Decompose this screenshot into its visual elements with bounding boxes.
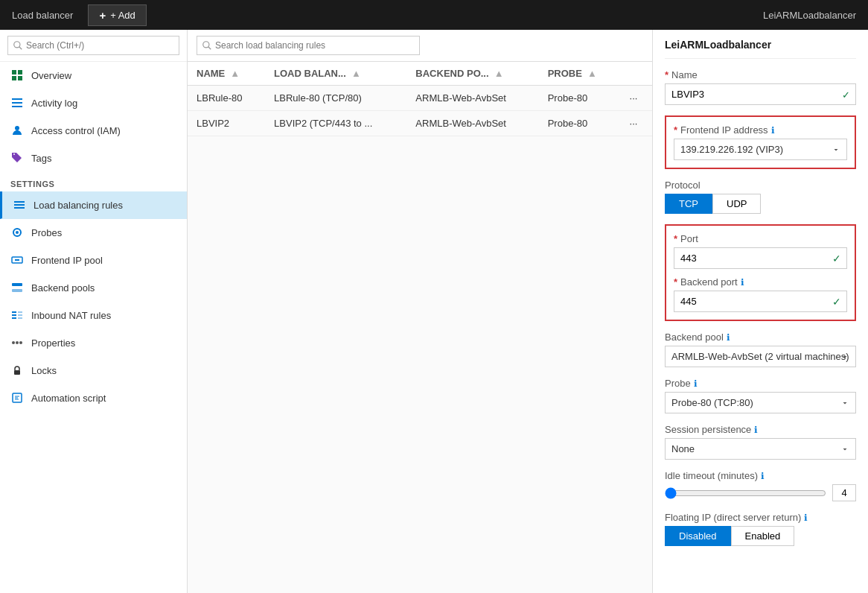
sidebar-item-backend-pools[interactable]: Backend pools bbox=[0, 274, 187, 302]
sidebar-item-lb-rules-label: Load balancing rules bbox=[33, 200, 123, 211]
backend-pool-select[interactable]: ARMLB-Web-AvbSet (2 virtual machines) bbox=[665, 346, 856, 367]
session-persistence-group: Session persistence ℹ None bbox=[665, 424, 856, 460]
frontend-ip-select[interactable]: 139.219.226.192 (VIP3) bbox=[674, 139, 847, 160]
table-container: NAME ▲ LOAD BALAN... ▲ BACKEND PO... ▲ bbox=[188, 62, 652, 593]
sidebar-item-locks[interactable]: Locks bbox=[0, 357, 187, 384]
session-label: Session persistence ℹ bbox=[665, 424, 856, 435]
probe-label: Probe ℹ bbox=[665, 378, 856, 389]
col-name[interactable]: NAME ▲ bbox=[188, 62, 265, 86]
sidebar-item-probes-label: Probes bbox=[31, 227, 62, 238]
udp-button[interactable]: UDP bbox=[712, 194, 761, 214]
lb-rules-table: NAME ▲ LOAD BALAN... ▲ BACKEND PO... ▲ bbox=[188, 62, 652, 136]
row-backend: ARMLB-Web-AvbSet bbox=[406, 86, 538, 111]
session-select[interactable]: None bbox=[665, 438, 856, 460]
name-check-icon: ✓ bbox=[842, 89, 850, 100]
port-check-icon: ✓ bbox=[832, 253, 841, 264]
locks-icon bbox=[10, 364, 24, 377]
floating-ip-info-icon[interactable]: ℹ bbox=[804, 513, 808, 523]
sidebar-item-tags[interactable]: Tags bbox=[0, 145, 187, 172]
row-load-bal: LBRule-80 (TCP/80) bbox=[265, 86, 406, 111]
name-input-row: ✓ bbox=[665, 83, 856, 105]
table-toolbar bbox=[188, 30, 652, 62]
name-input[interactable] bbox=[665, 83, 856, 105]
col-backend[interactable]: BACKEND PO... ▲ bbox=[406, 62, 538, 86]
disabled-button[interactable]: Disabled bbox=[665, 526, 731, 546]
svg-rect-4 bbox=[12, 98, 22, 100]
col-probe[interactable]: PROBE ▲ bbox=[539, 62, 621, 86]
name-field-group: * Name ✓ bbox=[665, 69, 856, 105]
idle-timeout-slider[interactable] bbox=[665, 487, 826, 499]
table-search bbox=[197, 36, 643, 55]
sidebar-item-properties[interactable]: Properties bbox=[0, 329, 187, 357]
name-label: * Name bbox=[665, 69, 856, 80]
floating-ip-label: Floating IP (direct server return) ℹ bbox=[665, 512, 856, 523]
row-probe: Probe-80 bbox=[539, 86, 621, 111]
backend-port-check-icon: ✓ bbox=[832, 296, 841, 308]
idle-timeout-value-input[interactable] bbox=[832, 484, 856, 501]
frontend-ip-icon bbox=[10, 253, 24, 267]
svg-rect-21 bbox=[18, 314, 22, 316]
frontend-ip-label: * Frontend IP address ℹ bbox=[674, 124, 847, 136]
row-probe: Probe-80 bbox=[539, 111, 621, 136]
frontend-ip-group: * Frontend IP address ℹ 139.219.226.192 … bbox=[665, 115, 856, 169]
sidebar-item-automation[interactable]: Automation script bbox=[0, 384, 187, 412]
table-row[interactable]: LBVIP2 LBVIP2 (TCP/443 to ... ARMLB-Web-… bbox=[188, 111, 652, 136]
idle-timeout-info-icon[interactable]: ℹ bbox=[761, 471, 765, 481]
backend-port-input-row: ✓ bbox=[674, 291, 847, 312]
add-button[interactable]: + + Add bbox=[88, 4, 146, 26]
tags-icon bbox=[10, 151, 24, 165]
svg-rect-0 bbox=[12, 70, 16, 74]
svg-rect-2 bbox=[12, 76, 16, 80]
svg-rect-6 bbox=[12, 106, 22, 107]
content-area: NAME ▲ LOAD BALAN... ▲ BACKEND PO... ▲ bbox=[188, 30, 652, 593]
svg-rect-15 bbox=[12, 283, 22, 286]
port-input-row: ✓ bbox=[674, 247, 847, 269]
sidebar-item-iam[interactable]: Access control (IAM) bbox=[0, 117, 187, 145]
main-layout: Overview Activity log Access control (IA… bbox=[0, 30, 868, 593]
port-label: * Port bbox=[674, 233, 847, 244]
floating-ip-buttons: Disabled Enabled bbox=[665, 526, 856, 546]
svg-rect-20 bbox=[18, 311, 22, 313]
backend-port-input[interactable] bbox=[674, 291, 847, 312]
port-field: * Port ✓ bbox=[674, 233, 847, 269]
sidebar-item-lb-rules[interactable]: Load balancing rules bbox=[0, 191, 187, 219]
backend-pool-info-icon[interactable]: ℹ bbox=[727, 332, 730, 343]
sidebar: Overview Activity log Access control (IA… bbox=[0, 30, 188, 593]
sidebar-item-backend-label: Backend pools bbox=[31, 282, 95, 294]
sort-name-icon: ▲ bbox=[230, 68, 240, 79]
overview-icon bbox=[10, 69, 24, 82]
protocol-group: Protocol TCP UDP bbox=[665, 180, 856, 214]
col-load-bal[interactable]: LOAD BALAN... ▲ bbox=[265, 62, 406, 86]
sidebar-item-overview[interactable]: Overview bbox=[0, 62, 187, 89]
properties-icon bbox=[10, 336, 24, 349]
svg-point-25 bbox=[19, 341, 22, 344]
table-row[interactable]: LBRule-80 LBRule-80 (TCP/80) ARMLB-Web-A… bbox=[188, 86, 652, 111]
sidebar-search-input[interactable] bbox=[7, 36, 179, 55]
row-more[interactable]: ··· bbox=[621, 111, 652, 136]
probe-info-icon[interactable]: ℹ bbox=[694, 378, 698, 389]
probe-select[interactable]: Probe-80 (TCP:80) bbox=[665, 392, 856, 413]
sort-probe-icon: ▲ bbox=[587, 68, 597, 79]
backend-port-field: * Backend port ℹ ✓ bbox=[674, 276, 847, 312]
sidebar-item-probes[interactable]: Probes bbox=[0, 219, 187, 247]
enabled-button[interactable]: Enabled bbox=[731, 526, 795, 546]
tcp-button[interactable]: TCP bbox=[665, 194, 712, 214]
svg-rect-5 bbox=[12, 102, 22, 104]
add-label: + Add bbox=[110, 10, 135, 21]
automation-icon bbox=[10, 391, 24, 405]
session-info-icon[interactable]: ℹ bbox=[754, 425, 758, 435]
row-name: LBRule-80 bbox=[188, 86, 265, 111]
sidebar-item-frontend-label: Frontend IP pool bbox=[31, 255, 103, 266]
frontend-ip-info-icon[interactable]: ℹ bbox=[771, 125, 775, 136]
sidebar-item-inbound-nat[interactable]: Inbound NAT rules bbox=[0, 302, 187, 329]
port-input[interactable] bbox=[674, 247, 847, 269]
sidebar-item-activity-log[interactable]: Activity log bbox=[0, 89, 187, 117]
sidebar-item-locks-label: Locks bbox=[31, 365, 57, 376]
backend-port-info-icon[interactable]: ℹ bbox=[741, 277, 744, 288]
row-backend: ARMLB-Web-AvbSet bbox=[406, 111, 538, 136]
sidebar-item-frontend-ip[interactable]: Frontend IP pool bbox=[0, 247, 187, 274]
table-search-input[interactable] bbox=[197, 36, 420, 55]
svg-rect-26 bbox=[14, 370, 20, 375]
row-more[interactable]: ··· bbox=[621, 86, 652, 111]
sidebar-search-container bbox=[0, 30, 187, 62]
